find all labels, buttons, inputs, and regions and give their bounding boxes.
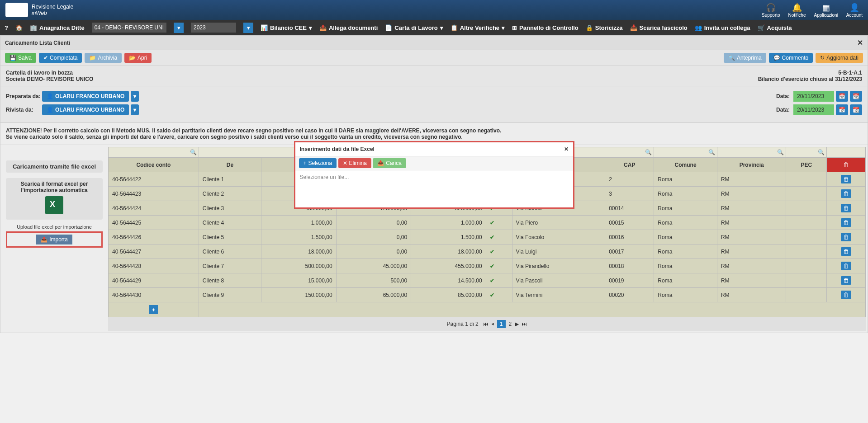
nav-storicizza[interactable]: 🔒 Storicizza — [586, 24, 623, 31]
salva-button[interactable]: 💾 Salva — [5, 53, 36, 63]
cell-desc[interactable]: Cliente 6 — [199, 244, 261, 259]
cell-comune[interactable]: Roma — [654, 244, 717, 259]
cell-cap[interactable]: 00018 — [605, 259, 654, 273]
search-provincia[interactable]: 🔍 — [717, 147, 786, 158]
rivista-date[interactable]: 20/11/2023 — [793, 104, 834, 115]
cell-pec[interactable] — [786, 259, 827, 273]
cell-v4[interactable]: 500,00 — [336, 273, 411, 288]
cell-comune[interactable]: Roma — [654, 230, 717, 244]
cell-codice[interactable]: 40-5644426 — [109, 230, 199, 244]
cell-v3[interactable]: 15.000,00 — [261, 273, 337, 288]
company-dropdown-btn[interactable]: ▾ — [174, 23, 184, 33]
cell-via[interactable]: Via Luigi — [512, 244, 605, 259]
delete-row-icon[interactable]: 🗑 — [841, 204, 851, 212]
commento-button[interactable]: 💬 Commento — [769, 53, 813, 63]
page-next[interactable]: ▶ — [515, 321, 519, 327]
cell-pec[interactable] — [786, 201, 827, 216]
cell-desc[interactable]: Cliente 7 — [199, 259, 261, 273]
page-prev[interactable]: ◀ — [491, 321, 494, 327]
cell-codice[interactable]: 40-5644425 — [109, 216, 199, 230]
search-cap[interactable]: 🔍 — [605, 147, 654, 158]
delete-row-icon[interactable]: 🗑 — [841, 175, 851, 183]
cell-comune[interactable]: Roma — [654, 201, 717, 216]
rivista-user[interactable]: 👤 OLARU FRANCO URBANO — [42, 104, 129, 115]
delete-row-icon[interactable]: 🗑 — [841, 291, 851, 299]
help-icon[interactable]: ? — [5, 24, 8, 31]
cell-desc[interactable]: Cliente 5 — [199, 230, 261, 244]
importa-button[interactable]: 📤 Importa — [36, 235, 72, 244]
add-row-button[interactable]: + — [149, 305, 158, 314]
cell-pec[interactable] — [786, 172, 827, 187]
cell-v5[interactable]: 1.500,00 — [411, 230, 486, 244]
elimina-button[interactable]: ✕ Elimina — [338, 158, 371, 168]
modal-close[interactable]: ✕ — [564, 146, 569, 152]
aggiorna-button[interactable]: ↻ Aggiorna dati — [816, 53, 863, 63]
cell-via[interactable]: Via Termini — [512, 288, 605, 302]
notifications-link[interactable]: 🔔 Notifiche — [788, 3, 806, 18]
nav-acquista[interactable]: 🛒 Acquista — [758, 24, 792, 31]
cell-v4[interactable]: 0,00 — [336, 244, 411, 259]
cell-desc[interactable]: Cliente 4 — [199, 216, 261, 230]
preparata-clear-icon[interactable]: 📆 — [850, 91, 862, 102]
cell-desc[interactable]: Cliente 8 — [199, 273, 261, 288]
anteprima-button[interactable]: 🔍 Anteprima — [724, 53, 766, 63]
cell-v4[interactable]: 0,00 — [336, 230, 411, 244]
nav-allega[interactable]: 📤 Allega documenti — [319, 24, 378, 31]
cell-prov[interactable]: RM — [717, 273, 786, 288]
cell-v3[interactable]: 18.000,00 — [261, 244, 337, 259]
page-2[interactable]: 2 — [508, 321, 512, 327]
cell-v3[interactable]: 500.000,00 — [261, 259, 337, 273]
preparata-calendar-icon[interactable]: 📅 — [836, 91, 848, 102]
delete-row-icon[interactable]: 🗑 — [841, 189, 851, 198]
delete-row-icon[interactable]: 🗑 — [841, 247, 851, 256]
nav-anagrafica[interactable]: 🏢 Anagrafica Ditte — [30, 24, 85, 31]
cell-codice[interactable]: 40-5644430 — [109, 288, 199, 302]
delete-row-icon[interactable]: 🗑 — [841, 262, 851, 270]
page-first[interactable]: ⏮ — [483, 321, 489, 327]
cell-codice[interactable]: 40-5644428 — [109, 259, 199, 273]
search-comune[interactable]: 🔍 — [654, 147, 717, 158]
cell-cap[interactable]: 00019 — [605, 273, 654, 288]
cell-cap[interactable]: 00014 — [605, 201, 654, 216]
home-icon[interactable]: 🏠 — [15, 24, 23, 31]
cell-via[interactable]: Via Pirandello — [512, 259, 605, 273]
cell-desc[interactable]: Cliente 9 — [199, 288, 261, 302]
search-pec[interactable]: 🔍 — [786, 147, 827, 158]
year-dropdown-btn[interactable]: ▾ — [243, 23, 253, 33]
cell-v4[interactable]: 65.000,00 — [336, 288, 411, 302]
nav-altre[interactable]: 📋 Altre Verifiche ▾ — [451, 24, 505, 31]
cell-pec[interactable] — [786, 288, 827, 302]
apri-button[interactable]: 📂 Apri — [124, 53, 152, 63]
cell-desc[interactable]: Cliente 2 — [199, 187, 261, 201]
cell-codice[interactable]: 40-5644423 — [109, 187, 199, 201]
cell-cap[interactable]: 3 — [605, 187, 654, 201]
support-link[interactable]: 🎧 Supporto — [762, 3, 780, 18]
nav-carta[interactable]: 📄 Carta di Lavoro ▾ — [385, 24, 443, 31]
cell-comune[interactable]: Roma — [654, 273, 717, 288]
page-1[interactable]: 1 — [497, 320, 506, 328]
cell-cap[interactable]: 00020 — [605, 288, 654, 302]
excel-icon[interactable] — [45, 196, 63, 214]
cell-v3[interactable]: 150.000,00 — [261, 288, 337, 302]
cell-codice[interactable]: 40-5644424 — [109, 201, 199, 216]
cell-via[interactable]: Via Foscolo — [512, 230, 605, 244]
cell-v3[interactable]: 1.500,00 — [261, 230, 337, 244]
cell-prov[interactable]: RM — [717, 172, 786, 187]
cell-cap[interactable]: 00017 — [605, 244, 654, 259]
cell-codice[interactable]: 40-5644429 — [109, 273, 199, 288]
year-select[interactable]: 2023 — [191, 23, 236, 33]
cell-comune[interactable]: Roma — [654, 187, 717, 201]
account-link[interactable]: 👤 Account — [846, 3, 863, 18]
carica-button[interactable]: 📤 Carica — [373, 158, 406, 168]
cell-comune[interactable]: Roma — [654, 288, 717, 302]
cell-comune[interactable]: Roma — [654, 259, 717, 273]
rivista-calendar-icon[interactable]: 📅 — [836, 104, 848, 115]
cell-v3[interactable]: 1.000,00 — [261, 216, 337, 230]
cell-pec[interactable] — [786, 244, 827, 259]
cell-v5[interactable]: 1.000,00 — [411, 216, 486, 230]
cell-prov[interactable]: RM — [717, 230, 786, 244]
completata-button[interactable]: ✔ Completata — [39, 53, 82, 63]
cell-v5[interactable]: 14.500,00 — [411, 273, 486, 288]
search-codice[interactable]: 🔍 — [109, 147, 199, 158]
cell-prov[interactable]: RM — [717, 288, 786, 302]
